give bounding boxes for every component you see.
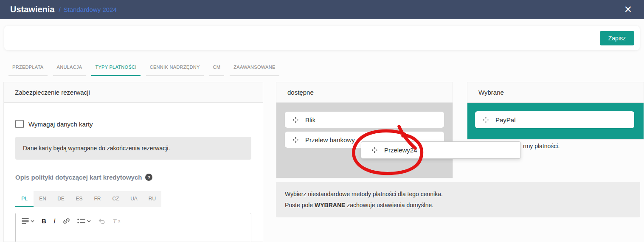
action-bar: Zapisz xyxy=(4,26,640,50)
lang-tab-es[interactable]: ES xyxy=(70,191,88,207)
chevron-down-icon xyxy=(87,220,91,222)
require-card-data-label: Wymagaj danych karty xyxy=(28,121,93,128)
settings-modal: Ustawienia / Standardowy 2024 ✕ Zapisz P… xyxy=(0,0,644,242)
editor-toolbar: B I xyxy=(16,213,251,229)
tab-cennik-nadrzedny[interactable]: CENNIK NADRZĘDNY xyxy=(146,60,204,76)
undo-icon[interactable] xyxy=(98,218,105,224)
chevron-down-icon xyxy=(31,220,34,222)
credit-card-policy-label: Opis polityki dotyczącej kart kredytowyc… xyxy=(15,174,142,181)
breadcrumb-separator: / xyxy=(59,6,60,13)
move-icon[interactable] xyxy=(371,147,378,153)
move-icon[interactable] xyxy=(292,117,299,123)
save-button[interactable]: Zapisz xyxy=(600,31,634,45)
lang-tab-cz[interactable]: CZ xyxy=(107,191,125,207)
panel-header-security: Zabezpieczenie rezerwacji xyxy=(4,82,263,103)
tab-zaawansowane[interactable]: ZAAWANSOWANE xyxy=(230,60,279,76)
editor-content-area[interactable] xyxy=(16,229,251,242)
lang-tab-en[interactable]: EN xyxy=(34,191,52,207)
policy-rich-text-editor: B I xyxy=(15,213,251,242)
note-line-1: Wybierz niestandardowe metody płatności … xyxy=(285,189,631,200)
require-card-data-checkbox[interactable] xyxy=(15,120,24,128)
payment-item-label: Blik xyxy=(305,116,315,124)
selected-payments-panel: Wybrane PayPal xyxy=(467,82,644,140)
available-dropzone: Blik Przelew bankowy xyxy=(276,103,453,178)
selected-dropzone: PayPal xyxy=(467,103,644,139)
note-line-2: Puste pole WYBRANE zachowuje ustawienia … xyxy=(285,200,631,211)
reservation-security-panel: Zabezpieczenie rezerwacji Wymagaj danych… xyxy=(3,82,263,242)
payment-item-paypal[interactable]: PayPal xyxy=(475,111,634,128)
dragged-payment-item-przelewy24[interactable]: Przelewy24 xyxy=(361,141,521,159)
bullet-list-icon[interactable] xyxy=(77,218,91,224)
panel-header-selected: Wybrane xyxy=(467,82,644,103)
tab-anulacja[interactable]: ANULACJA xyxy=(53,60,86,76)
language-tabs: PL EN DE ES FR CZ UA RU xyxy=(15,191,161,207)
payment-item-blik[interactable]: Blik xyxy=(285,112,444,128)
link-icon[interactable] xyxy=(63,217,70,225)
help-icon[interactable]: ? xyxy=(145,174,152,181)
align-left-icon[interactable] xyxy=(22,218,34,224)
move-icon[interactable] xyxy=(292,137,299,143)
breadcrumb-pricing-plan: Standardowy 2024 xyxy=(64,6,117,13)
lang-tab-de[interactable]: DE xyxy=(52,191,70,207)
payment-item-label: Przelewy24 xyxy=(384,146,417,154)
payment-note-box: Wybierz niestandardowe metody płatności … xyxy=(276,182,640,217)
lang-tab-pl[interactable]: PL xyxy=(15,191,34,207)
card-data-info-box: Dane karty będą wymagane do zakończenia … xyxy=(15,137,251,160)
page-title: Ustawienia xyxy=(10,5,54,14)
clipped-helper-text: rmy płatności. xyxy=(523,143,560,149)
payment-item-label: PayPal xyxy=(495,116,516,124)
credit-card-policy-row: Opis polityki dotyczącej kart kredytowyc… xyxy=(15,174,251,181)
panel-header-available: dostępne xyxy=(276,82,453,103)
lang-tab-fr[interactable]: FR xyxy=(88,191,107,207)
tab-typy-platnosci[interactable]: TYPY PŁATNOŚCI xyxy=(91,60,140,76)
bold-icon[interactable]: B xyxy=(42,217,46,225)
require-card-data-row: Wymagaj danych karty xyxy=(15,120,251,128)
available-payments-panel: dostępne Blik xyxy=(276,82,453,178)
settings-tabs: PRZEDPŁATA ANULACJA TYPY PŁATNOŚCI CENNI… xyxy=(8,60,279,76)
payment-item-label: Przelew bankowy xyxy=(305,136,355,144)
lang-tab-ru[interactable]: RU xyxy=(143,191,161,207)
close-icon[interactable]: ✕ xyxy=(622,4,634,15)
title-bar: Ustawienia / Standardowy 2024 ✕ xyxy=(0,0,644,19)
move-icon[interactable] xyxy=(483,117,489,123)
italic-icon[interactable]: I xyxy=(53,217,56,225)
tab-cm[interactable]: CM xyxy=(209,60,225,76)
remove-format-icon[interactable]: Tx xyxy=(112,217,120,225)
tab-przedplata[interactable]: PRZEDPŁATA xyxy=(8,60,48,76)
lang-tab-ua[interactable]: UA xyxy=(125,191,143,207)
